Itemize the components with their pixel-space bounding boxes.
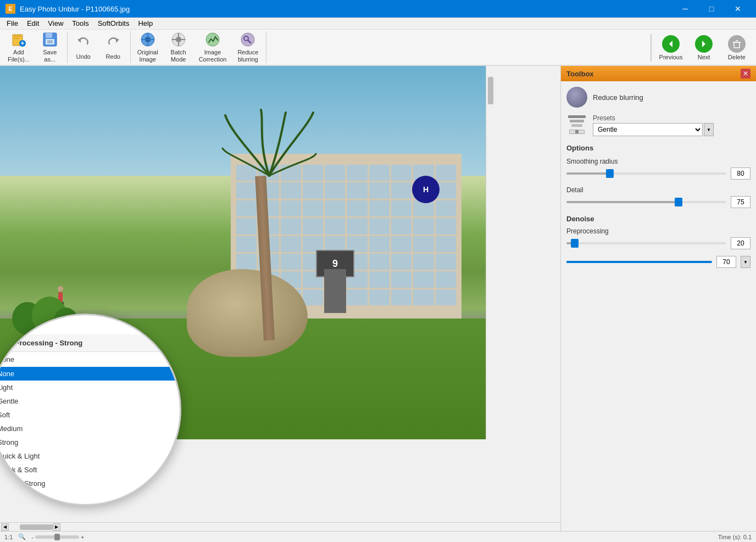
svg-marker-11 <box>77 38 81 43</box>
hotel-window <box>413 236 433 252</box>
preprocessing-thumb[interactable] <box>571 239 579 248</box>
next-button[interactable]: Next <box>688 30 720 65</box>
original-image-button[interactable]: Original Image <box>133 32 163 62</box>
dropdown-item-8[interactable]: Quick & Strong <box>0 477 180 490</box>
toolbox-close-button[interactable]: ✕ <box>741 69 751 79</box>
svg-marker-28 <box>702 41 705 47</box>
add-files-icon: + <box>10 31 27 48</box>
maximize-button[interactable]: □ <box>699 0 724 18</box>
batch-mode-icon <box>170 31 187 48</box>
svg-marker-12 <box>116 38 119 43</box>
save-as-button[interactable]: Save as... <box>36 32 64 62</box>
denoise-header: Denoise <box>566 215 751 223</box>
hotel-window <box>303 218 323 234</box>
vertical-scroll-thumb[interactable] <box>488 77 493 104</box>
horizontal-scroll-thumb[interactable] <box>20 524 53 530</box>
preprocessing-track[interactable] <box>566 242 726 244</box>
post-processing-dropdown-arrow[interactable]: ▼ <box>741 256 751 268</box>
dropdown-item-7[interactable]: Quick & Soft <box>0 463 180 477</box>
batch-mode-button[interactable]: Batch Mode <box>165 32 192 62</box>
image-correction-button[interactable]: Image Correction <box>194 32 231 62</box>
delete-button[interactable]: Delete <box>721 30 753 65</box>
hotel-window <box>347 218 367 234</box>
toolbar-file-group: + Add File(s)... Save as... <box>3 31 68 63</box>
menu-view[interactable]: View <box>43 18 68 29</box>
close-button[interactable]: ✕ <box>725 0 751 18</box>
redo-button[interactable]: Redo <box>99 32 127 62</box>
hotel-window <box>436 271 456 287</box>
hotel-window <box>325 200 345 216</box>
app-icon: E <box>5 4 15 14</box>
svg-marker-27 <box>669 41 672 47</box>
zoom-minus[interactable]: - <box>31 534 34 540</box>
image-scroll-area[interactable]: // Generate hotel windows document.addEv… <box>0 66 560 522</box>
undo-button[interactable]: Undo <box>70 32 97 62</box>
minimize-button[interactable]: ─ <box>672 0 698 18</box>
smoothing-radius-thumb[interactable] <box>606 169 614 178</box>
add-files-label: Add File(s)... <box>8 49 30 63</box>
dropdown-item-4[interactable]: Medium <box>0 422 180 435</box>
menu-softorbits[interactable]: SoftOrbits <box>93 18 134 29</box>
svg-rect-10 <box>47 40 53 43</box>
dropdown-item-0[interactable]: None <box>0 367 180 381</box>
previous-button[interactable]: Previous <box>655 30 687 65</box>
hotel-window <box>347 182 367 198</box>
smoothing-radius-track[interactable] <box>566 172 726 175</box>
dropdown-item-6[interactable]: Quick & Light <box>0 449 180 463</box>
hotel-window <box>281 200 301 216</box>
menu-file[interactable]: File <box>2 18 23 29</box>
dropdown-item-3[interactable]: Soft <box>0 408 180 422</box>
hotel-window <box>281 236 301 252</box>
menu-tools[interactable]: Tools <box>68 18 93 29</box>
dropdown-container: Post Processing - Strong None NoneLightG… <box>0 329 180 490</box>
smoothing-radius-value: 80 <box>731 167 751 180</box>
hotel-window <box>325 182 345 198</box>
svg-rect-3 <box>14 36 21 37</box>
hotel-window <box>236 200 257 216</box>
post-processing-track[interactable] <box>566 261 712 263</box>
detail-thumb[interactable] <box>675 198 682 206</box>
horizontal-scrollbar[interactable]: ◀ ▶ <box>0 522 560 531</box>
zoom-thumb[interactable] <box>54 534 60 540</box>
palm-fronds <box>220 110 319 187</box>
statusbar: 1:1 🔍 - + Time (s): 0.1 <box>0 531 756 542</box>
preprocessing-group: Preprocessing 20 <box>566 227 751 249</box>
hotel-window <box>347 165 367 181</box>
hotel-window <box>436 218 456 234</box>
presets-dropdown-arrow[interactable]: ▼ <box>704 123 714 136</box>
hotel-window <box>413 218 433 234</box>
dropdown-item-5[interactable]: Strong <box>0 435 180 449</box>
reduce-blurring-button[interactable]: Reduce blurring <box>233 32 263 62</box>
preset-bar-2 <box>570 120 584 122</box>
preset-bar-1 <box>568 115 586 118</box>
menu-help[interactable]: Help <box>134 18 157 29</box>
scroll-right-arrow[interactable]: ▶ <box>53 523 60 531</box>
hotel-window <box>391 289 412 305</box>
titlebar: E Easy Photo Unblur - P1100665.jpg ─ □ ✕ <box>0 0 756 18</box>
vertical-scrollbar[interactable] <box>486 66 494 439</box>
add-files-button[interactable]: + Add File(s)... <box>3 32 34 62</box>
presets-select[interactable]: Gentle None Light Soft Medium Strong <box>593 123 703 136</box>
batch-mode-label: Batch Mode <box>171 49 186 63</box>
svg-text:+: + <box>20 40 24 47</box>
preprocessing-value: 20 <box>731 237 751 249</box>
dropdown-item-2[interactable]: Gentle <box>0 394 180 408</box>
svg-text:E: E <box>8 5 12 12</box>
dropdown-item-1[interactable]: Light <box>0 381 180 394</box>
presets-icon <box>566 114 587 135</box>
hotel-window <box>413 271 433 287</box>
detail-track[interactable] <box>566 201 726 203</box>
hotel-window <box>369 165 390 181</box>
hilton-sign: H <box>412 176 440 203</box>
previous-icon <box>662 35 680 53</box>
toolbar-edit-group: Undo Redo <box>70 31 131 63</box>
smoothing-radius-label: Smoothing radius <box>566 158 751 165</box>
scroll-left-arrow[interactable]: ◀ <box>1 523 9 531</box>
zoom-track[interactable] <box>35 535 79 539</box>
menu-edit[interactable]: Edit <box>23 18 43 29</box>
image-correction-icon <box>204 31 221 48</box>
redo-icon <box>104 35 122 52</box>
previous-label: Previous <box>659 54 683 60</box>
smoothing-radius-row: 80 <box>566 167 751 180</box>
zoom-plus[interactable]: + <box>81 534 84 540</box>
